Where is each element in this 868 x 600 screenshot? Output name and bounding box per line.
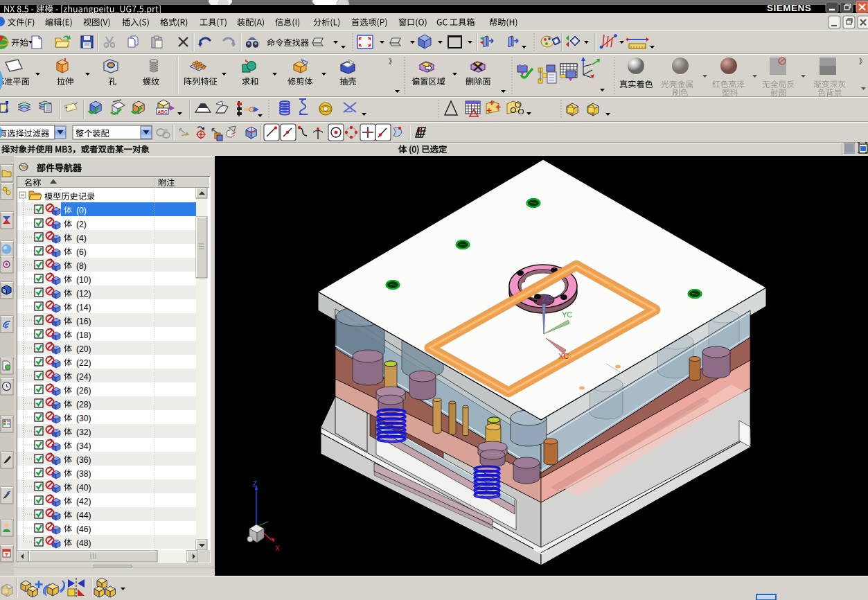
svg-text:(6): (6) — [76, 247, 87, 257]
svg-text:(36): (36) — [76, 455, 91, 465]
svg-text:SIEMENS: SIEMENS — [767, 3, 811, 13]
svg-text:(42): (42) — [76, 497, 91, 506]
svg-text:(14): (14) — [76, 303, 91, 312]
svg-text:(30): (30) — [76, 414, 91, 423]
svg-text:(46): (46) — [76, 524, 91, 534]
svg-text:(10): (10) — [76, 275, 91, 285]
svg-text:(28): (28) — [76, 400, 91, 409]
svg-text:(32): (32) — [76, 427, 91, 437]
svg-text:(34): (34) — [76, 441, 91, 451]
svg-text:(4): (4) — [76, 233, 87, 243]
svg-text:(40): (40) — [76, 483, 91, 493]
svg-text:(0): (0) — [76, 206, 87, 215]
svg-text:ABC: ABC — [158, 109, 168, 114]
svg-text:(26): (26) — [76, 386, 91, 396]
svg-text:Z: Z — [253, 480, 257, 488]
svg-text:(44): (44) — [76, 511, 91, 520]
svg-text:(16): (16) — [76, 317, 91, 326]
svg-text:(22): (22) — [76, 358, 91, 368]
svg-text:ZC: ZC — [542, 294, 553, 303]
svg-text:(2): (2) — [76, 220, 87, 229]
svg-text:(18): (18) — [76, 330, 91, 340]
svg-text:(38): (38) — [76, 469, 91, 479]
svg-text:(20): (20) — [76, 344, 91, 354]
svg-text:X: X — [275, 545, 280, 552]
svg-text:(8): (8) — [76, 261, 87, 271]
svg-text:(24): (24) — [76, 372, 91, 382]
svg-text:(12): (12) — [76, 289, 91, 299]
svg-text:(48): (48) — [76, 538, 91, 548]
svg-text:XC: XC — [558, 352, 569, 360]
svg-text:YC: YC — [562, 310, 572, 319]
